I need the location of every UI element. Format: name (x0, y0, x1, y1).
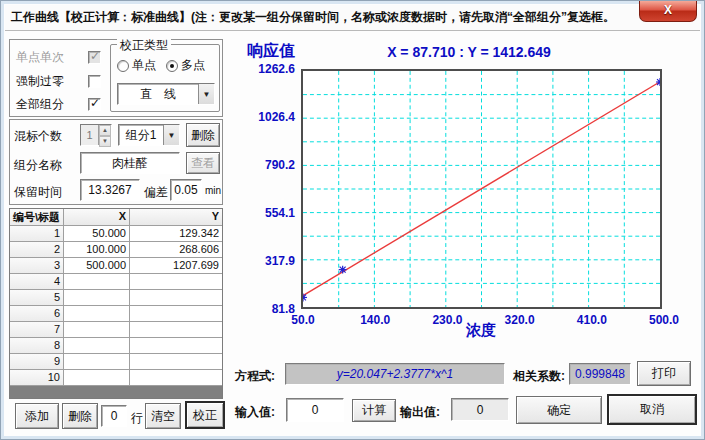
table-cell[interactable] (64, 274, 130, 289)
mix-count-spinner[interactable]: 1 ▲▼ (80, 124, 112, 146)
radio-multi-point-icon[interactable] (166, 60, 178, 72)
table-cell[interactable]: 9 (10, 354, 64, 369)
table-cell[interactable] (130, 338, 222, 353)
radio-single-point[interactable]: 单点 (117, 57, 156, 74)
table-cell[interactable]: 129.342 (130, 226, 222, 241)
option-force-zero[interactable]: 强制过零 (16, 73, 101, 89)
option-all-components[interactable]: 全部组分 (16, 96, 101, 112)
calibration-type-title: 校正类型 (117, 37, 171, 54)
table-cell[interactable]: 7 (10, 322, 64, 337)
table-cell[interactable]: 2 (10, 242, 64, 257)
table-cell[interactable]: 6 (10, 306, 64, 321)
table-row[interactable]: 4 (10, 274, 222, 290)
cursor-readout: X = 87.710 : Y = 1412.649 (387, 44, 551, 60)
chevron-down-icon[interactable]: ▼ (163, 125, 179, 145)
radio-multi-point[interactable]: 多点 (166, 57, 205, 74)
clear-button[interactable]: 清空 (145, 403, 181, 429)
ok-button[interactable]: 确定 (516, 396, 602, 424)
table-cell[interactable]: 500.000 (64, 258, 130, 273)
deviation-input[interactable]: 0.05 (170, 179, 202, 201)
retention-time-input[interactable]: 13.3267 (80, 179, 140, 201)
all-components-checkbox[interactable] (88, 98, 101, 111)
dialog-title: 工作曲线【校正计算：标准曲线】(注：更改某一组分保留时间，名称或浓度数据时，请先… (11, 9, 615, 26)
row-unit-label: 行 (131, 410, 143, 427)
component-name-label: 组分名称 (14, 157, 62, 174)
table-cell[interactable] (130, 322, 222, 337)
table-cell[interactable] (130, 274, 222, 289)
component-dropdown[interactable]: 组分1 ▼ (118, 124, 180, 146)
print-button[interactable]: 打印 (637, 361, 691, 386)
cancel-button[interactable]: 取消 (607, 394, 697, 425)
table-cell[interactable] (130, 306, 222, 321)
table-cell[interactable] (64, 322, 130, 337)
spinner-arrows-icon[interactable]: ▲▼ (98, 125, 111, 145)
table-cell[interactable] (64, 370, 130, 385)
table-row[interactable]: 8 (10, 338, 222, 354)
table-cell[interactable]: 1 (10, 226, 64, 241)
table-cell[interactable]: 100.000 (64, 242, 130, 257)
x-axis-title: 浓度 (466, 321, 496, 340)
plot-canvas (303, 71, 660, 307)
calibrate-button[interactable]: 校正 (185, 401, 225, 429)
curve-type-dropdown[interactable]: 直 线 ▼ (117, 83, 215, 105)
table-row[interactable]: 9 (10, 354, 222, 370)
view-button[interactable]: 查看 (186, 152, 220, 174)
option-single-point-single[interactable]: 单点单次 (16, 49, 101, 65)
table-row[interactable]: 10 (10, 370, 222, 386)
x-tick-label: 320.0 (505, 313, 535, 327)
calibration-type-group: 校正类型 单点 多点 直 线 ▼ (110, 44, 220, 112)
table-cell[interactable]: 5 (10, 290, 64, 305)
mix-count-label: 混标个数 (14, 128, 62, 145)
table-cell[interactable] (64, 354, 130, 369)
table-cell[interactable] (64, 338, 130, 353)
correlation-field: 0.999848 (569, 363, 631, 385)
table-row[interactable]: 3500.0001207.699 (10, 258, 222, 274)
table-cell[interactable] (64, 306, 130, 321)
add-row-button[interactable]: 添加 (15, 403, 59, 429)
table-row[interactable]: 2100.000268.606 (10, 242, 222, 258)
correlation-label: 相关系数: (513, 368, 565, 385)
table-cell[interactable] (130, 290, 222, 305)
table-row[interactable]: 7 (10, 322, 222, 338)
table-header-index: 编号\标题 (10, 209, 64, 225)
x-tick-label: 500.0 (649, 313, 679, 327)
table-cell[interactable]: 1207.699 (130, 258, 222, 273)
table-cell[interactable]: 3 (10, 258, 64, 273)
calibration-type-radios: 单点 多点 (117, 57, 205, 74)
table-header-row: 编号\标题 X Y (10, 209, 222, 226)
table-cell[interactable]: 268.606 (130, 242, 222, 257)
y-tick-label: 554.1 (235, 206, 295, 220)
table-row[interactable]: 6 (10, 306, 222, 322)
equation-field: y=20.047+2.3777*x^1 (285, 363, 505, 385)
close-button[interactable]: X (639, 1, 697, 22)
calibration-plot[interactable] (301, 69, 662, 309)
standards-table-body: 150.000129.3422100.000268.6063500.000120… (10, 226, 222, 386)
x-tick-label: 140.0 (360, 313, 390, 327)
delete-row-button[interactable]: 删除 (62, 403, 98, 429)
row-count-input[interactable]: 0 (101, 405, 127, 427)
component-name-input[interactable]: 肉桂醛 (80, 152, 180, 174)
force-zero-checkbox[interactable] (88, 75, 101, 88)
curve-type-value: 直 线 (118, 86, 198, 103)
table-cell[interactable]: 50.000 (64, 226, 130, 241)
table-header-x: X (64, 209, 130, 225)
retention-time-label: 保留时间 (14, 184, 62, 201)
input-value-label: 输入值: (235, 404, 275, 421)
single-point-single-checkbox[interactable] (88, 51, 101, 64)
y-tick-label: 81.8 (235, 302, 295, 316)
table-cell[interactable]: 4 (10, 274, 64, 289)
delete-component-button[interactable]: 删除 (186, 123, 220, 147)
table-cell[interactable]: 10 (10, 370, 64, 385)
table-header-y: Y (130, 209, 222, 225)
table-row[interactable]: 150.000129.342 (10, 226, 222, 242)
input-value-field[interactable]: 0 (286, 398, 344, 422)
table-cell[interactable] (130, 354, 222, 369)
table-cell[interactable] (64, 290, 130, 305)
table-cell[interactable]: 8 (10, 338, 64, 353)
table-row[interactable]: 5 (10, 290, 222, 306)
chevron-down-icon[interactable]: ▼ (198, 84, 214, 104)
table-cell[interactable] (130, 370, 222, 385)
radio-single-point-icon[interactable] (117, 60, 129, 72)
calculate-button[interactable]: 计算 (352, 399, 396, 422)
checkbox-label: 单点单次 (16, 49, 74, 66)
